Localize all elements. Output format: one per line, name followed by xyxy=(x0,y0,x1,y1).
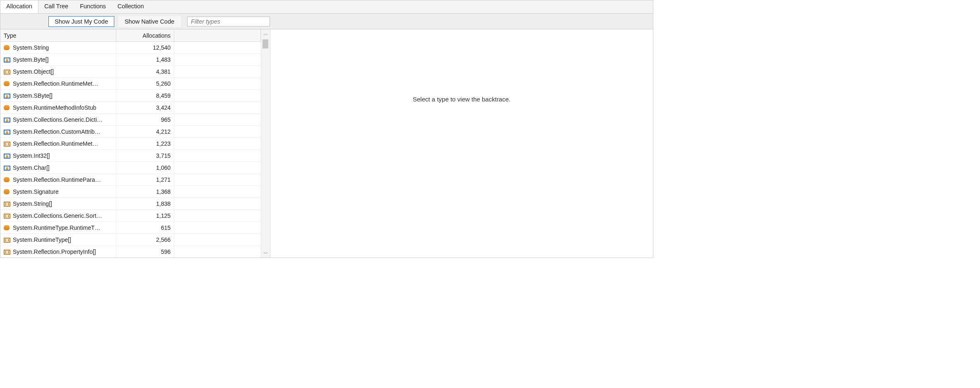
array-icon xyxy=(4,202,10,207)
cell-allocations: 4,212 xyxy=(116,126,174,137)
cell-allocations: 1,368 xyxy=(116,186,174,198)
struct-icon xyxy=(4,130,10,135)
main-split: Type Allocations System.String12,540Syst… xyxy=(0,29,653,258)
cell-allocations: 1,125 xyxy=(116,210,174,222)
table-row[interactable]: System.Collections.Generic.Sort…1,125 xyxy=(0,210,261,222)
cell-allocations: 596 xyxy=(116,246,174,258)
cell-allocations: 4,381 xyxy=(116,66,174,77)
table-row[interactable]: System.String12,540 xyxy=(0,42,261,54)
cell-allocations: 3,715 xyxy=(116,150,174,161)
cell-allocations: 12,540 xyxy=(116,42,174,53)
cell-type: System.String[] xyxy=(0,198,116,210)
allocations-table: Type Allocations System.String12,540Syst… xyxy=(0,29,261,258)
type-name: System.Reflection.PropertyInfo[] xyxy=(13,248,96,255)
type-name: System.SByte[] xyxy=(13,92,53,99)
type-name: System.Int32[] xyxy=(13,152,50,159)
table-row[interactable]: System.Byte[]1,483 xyxy=(0,54,261,66)
scrollbar[interactable]: ︿ ﹀ xyxy=(261,29,270,258)
cell-type: System.Collections.Generic.Sort… xyxy=(0,210,116,222)
table-row[interactable]: System.Reflection.RuntimePara…1,271 xyxy=(0,174,261,186)
cell-type: System.SByte[] xyxy=(0,90,116,101)
class-icon xyxy=(4,44,10,51)
type-name: System.Byte[] xyxy=(13,56,48,63)
struct-icon xyxy=(4,154,10,159)
cell-allocations: 1,223 xyxy=(116,138,174,149)
backtrace-pane: Select a type to view the backtrace. xyxy=(270,29,653,258)
cell-type: System.Reflection.CustomAttrib… xyxy=(0,126,116,137)
type-name: System.Reflection.RuntimeMet… xyxy=(13,140,98,147)
array-icon xyxy=(4,70,10,75)
cell-type: System.Object[] xyxy=(0,66,116,77)
cell-type: System.Collections.Generic.Dicti… xyxy=(0,114,116,125)
tab-collection[interactable]: Collection xyxy=(112,0,150,13)
backtrace-placeholder-message: Select a type to view the backtrace. xyxy=(413,96,510,103)
struct-icon xyxy=(4,94,10,99)
tab-call-tree[interactable]: Call Tree xyxy=(39,0,74,13)
table-header: Type Allocations xyxy=(0,29,261,42)
tab-strip: Allocation Call Tree Functions Collectio… xyxy=(0,0,653,14)
tab-functions[interactable]: Functions xyxy=(74,0,112,13)
type-name: System.Collections.Generic.Sort… xyxy=(13,212,102,219)
cell-allocations: 965 xyxy=(116,114,174,125)
cell-allocations: 1,060 xyxy=(116,162,174,174)
table-row[interactable]: System.RuntimeMethodInfoStub3,424 xyxy=(0,102,261,114)
table-row[interactable]: System.Reflection.RuntimeMet…1,223 xyxy=(0,138,261,150)
column-header-type[interactable]: Type xyxy=(0,29,116,41)
table-row[interactable]: System.String[]1,838 xyxy=(0,198,261,210)
table-row[interactable]: System.Collections.Generic.Dicti…965 xyxy=(0,114,261,126)
cell-type: System.Reflection.RuntimeMet… xyxy=(0,138,116,149)
cell-type: System.Char[] xyxy=(0,162,116,174)
type-name: System.RuntimeType.RuntimeT… xyxy=(13,224,101,231)
cell-type: System.Int32[] xyxy=(0,150,116,161)
class-icon xyxy=(4,188,10,195)
type-name: System.Reflection.CustomAttrib… xyxy=(13,128,101,135)
table-row[interactable]: System.RuntimeType.RuntimeT…615 xyxy=(0,222,261,234)
type-name: System.RuntimeType[] xyxy=(13,236,71,243)
table-row[interactable]: System.Reflection.CustomAttrib…4,212 xyxy=(0,126,261,138)
table-row[interactable]: System.Reflection.PropertyInfo[]596 xyxy=(0,246,261,258)
scroll-thumb[interactable] xyxy=(262,39,268,48)
type-name: System.String[] xyxy=(13,200,52,207)
array-icon xyxy=(4,142,10,147)
cell-type: System.RuntimeType.RuntimeT… xyxy=(0,222,116,234)
scroll-down-icon[interactable]: ﹀ xyxy=(261,249,270,258)
struct-icon xyxy=(4,58,10,63)
tab-allocation[interactable]: Allocation xyxy=(0,0,39,13)
table-row[interactable]: System.Reflection.RuntimeMet…5,260 xyxy=(0,78,261,90)
cell-type: System.Reflection.RuntimePara… xyxy=(0,174,116,186)
struct-icon xyxy=(4,166,10,171)
table-row[interactable]: System.Char[]1,060 xyxy=(0,162,261,174)
profiler-window: Allocation Call Tree Functions Collectio… xyxy=(0,0,653,258)
type-name: System.String xyxy=(13,44,49,51)
filter-types-input[interactable] xyxy=(187,17,270,27)
cell-type: System.Reflection.PropertyInfo[] xyxy=(0,246,116,258)
type-name: System.Reflection.RuntimeMet… xyxy=(13,80,98,87)
table-row[interactable]: System.Signature1,368 xyxy=(0,186,261,198)
column-header-blank xyxy=(174,29,261,41)
show-native-code-button[interactable]: Show Native Code xyxy=(118,16,181,27)
type-name: System.Collections.Generic.Dicti… xyxy=(13,116,103,123)
allocations-pane: Type Allocations System.String12,540Syst… xyxy=(0,29,270,258)
cell-type: System.RuntimeType[] xyxy=(0,234,116,246)
table-row[interactable]: System.RuntimeType[]2,566 xyxy=(0,234,261,246)
cell-type: System.String xyxy=(0,42,116,53)
table-row[interactable]: System.Int32[]3,715 xyxy=(0,150,261,162)
cell-type: System.Byte[] xyxy=(0,54,116,65)
table-row[interactable]: System.Object[]4,381 xyxy=(0,66,261,78)
array-icon xyxy=(4,214,10,219)
cell-type: System.RuntimeMethodInfoStub xyxy=(0,102,116,113)
table-row[interactable]: System.SByte[]8,459 xyxy=(0,90,261,102)
type-name: System.Signature xyxy=(13,188,59,195)
scroll-up-icon[interactable]: ︿ xyxy=(261,29,270,38)
struct-icon xyxy=(4,118,10,123)
class-icon xyxy=(4,224,10,231)
cell-allocations: 1,838 xyxy=(116,198,174,210)
cell-allocations: 1,483 xyxy=(116,54,174,65)
cell-allocations: 2,566 xyxy=(116,234,174,246)
class-icon xyxy=(4,176,10,183)
column-header-allocations[interactable]: Allocations xyxy=(116,29,174,41)
array-icon xyxy=(4,250,10,255)
toolbar: Show Just My Code Show Native Code xyxy=(0,14,653,29)
array-icon xyxy=(4,238,10,243)
show-just-my-code-button[interactable]: Show Just My Code xyxy=(48,16,114,27)
